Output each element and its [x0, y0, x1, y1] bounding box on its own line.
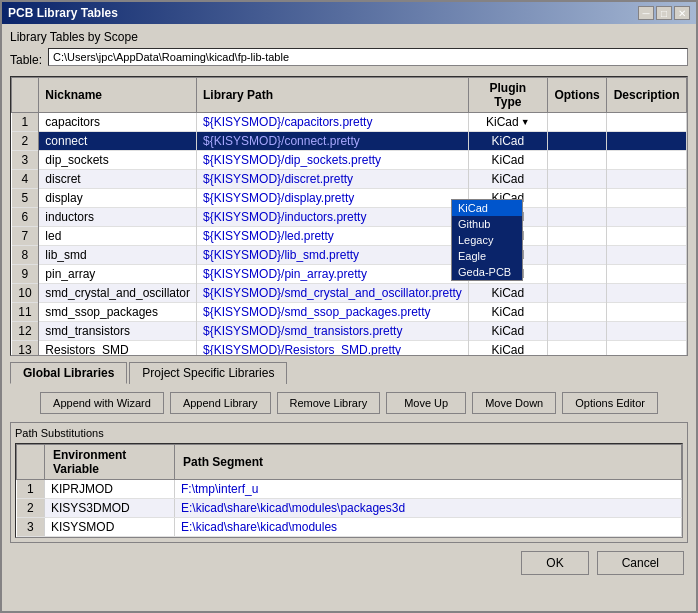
- ps-row-path: E:\kicad\share\kicad\modules: [175, 518, 682, 537]
- row-description: [607, 151, 687, 170]
- tab-project[interactable]: Project Specific Libraries: [129, 362, 287, 384]
- row-description: [607, 113, 687, 132]
- row-path: ${KISYSMOD}/smd_transistors.pretty: [197, 322, 469, 341]
- table-row[interactable]: 4discret${KISYSMOD}/discret.prettyKiCad: [12, 170, 687, 189]
- row-path: ${KISYSMOD}/lib_smd.pretty: [197, 246, 469, 265]
- plugin-type-dropdown[interactable]: KiCad Github Legacy Eagle Geda-PCB: [451, 199, 523, 281]
- table-row[interactable]: 9pin_array${KISYSMOD}/pin_array.prettyKi…: [12, 265, 687, 284]
- row-options: [547, 189, 606, 208]
- row-path: ${KISYSMOD}/capacitors.pretty: [197, 113, 469, 132]
- append-library-button[interactable]: Append Library: [170, 392, 271, 414]
- remove-library-button[interactable]: Remove Library: [277, 392, 381, 414]
- row-description: [607, 322, 687, 341]
- table-row[interactable]: 8lib_smd${KISYSMOD}/lib_smd.prettyKiCad: [12, 246, 687, 265]
- tab-global[interactable]: Global Libraries: [10, 362, 127, 384]
- ps-row-num: 2: [17, 499, 45, 518]
- table-row[interactable]: 7led${KISYSMOD}/led.prettyKiCad: [12, 227, 687, 246]
- table-row[interactable]: 11smd_ssop_packages${KISYSMOD}/smd_ssop_…: [12, 303, 687, 322]
- row-options: [547, 265, 606, 284]
- row-options: [547, 170, 606, 189]
- close-button[interactable]: ✕: [674, 6, 690, 20]
- row-path: ${KISYSMOD}/dip_sockets.pretty: [197, 151, 469, 170]
- row-path: ${KISYSMOD}/discret.pretty: [197, 170, 469, 189]
- move-up-button[interactable]: Move Up: [386, 392, 466, 414]
- row-nickname: discret: [39, 170, 197, 189]
- row-path: ${KISYSMOD}/Resistors_SMD.pretty: [197, 341, 469, 357]
- row-num: 13: [12, 341, 39, 357]
- row-options: [547, 151, 606, 170]
- maximize-button[interactable]: □: [656, 6, 672, 20]
- row-num: 10: [12, 284, 39, 303]
- dropdown-option-github[interactable]: Github: [452, 216, 522, 232]
- row-nickname: capacitors: [39, 113, 197, 132]
- ps-col-env: Environment Variable: [45, 445, 175, 480]
- path-sub-table-container: Environment Variable Path Segment 1KIPRJ…: [15, 443, 683, 538]
- row-num: 12: [12, 322, 39, 341]
- row-nickname: display: [39, 189, 197, 208]
- table-row[interactable]: 10smd_crystal_and_oscillator${KISYSMOD}/…: [12, 284, 687, 303]
- table-path-label: Table:: [10, 53, 42, 67]
- dropdown-option-legacy[interactable]: Legacy: [452, 232, 522, 248]
- row-plugin: KiCad: [468, 303, 547, 322]
- ps-table-row[interactable]: 1KIPRJMODF:\tmp\interf_u: [17, 480, 682, 499]
- row-nickname: pin_array: [39, 265, 197, 284]
- row-nickname: connect: [39, 132, 197, 151]
- row-plugin: KiCad: [468, 151, 547, 170]
- ps-table-row[interactable]: 3KISYSMODE:\kicad\share\kicad\modules: [17, 518, 682, 537]
- ps-row-num: 1: [17, 480, 45, 499]
- row-description: [607, 170, 687, 189]
- row-description: [607, 132, 687, 151]
- main-window: PCB Library Tables ─ □ ✕ Library Tables …: [0, 0, 698, 613]
- row-options: [547, 284, 606, 303]
- library-table-container: Nickname Library Path Plugin Type Option…: [10, 76, 688, 356]
- path-substitutions-section: Path Substitutions Environment Variable …: [10, 422, 688, 543]
- row-nickname: inductors: [39, 208, 197, 227]
- table-row[interactable]: 13Resistors_SMD${KISYSMOD}/Resistors_SMD…: [12, 341, 687, 357]
- row-plugin: KiCad: [468, 170, 547, 189]
- row-options: [547, 227, 606, 246]
- dropdown-option-eagle[interactable]: Eagle: [452, 248, 522, 264]
- row-nickname: Resistors_SMD: [39, 341, 197, 357]
- row-options: [547, 322, 606, 341]
- table-row[interactable]: 6inductors${KISYSMOD}/inductors.prettyKi…: [12, 208, 687, 227]
- row-num: 9: [12, 265, 39, 284]
- row-nickname: smd_transistors: [39, 322, 197, 341]
- table-row[interactable]: 12smd_transistors${KISYSMOD}/smd_transis…: [12, 322, 687, 341]
- row-options: [547, 303, 606, 322]
- table-row[interactable]: 1capacitors${KISYSMOD}/capacitors.pretty…: [12, 113, 687, 132]
- table-row[interactable]: 2connect${KISYSMOD}/connect.prettyKiCad: [12, 132, 687, 151]
- row-path: ${KISYSMOD}/display.pretty: [197, 189, 469, 208]
- row-plugin: KiCad: [468, 322, 547, 341]
- row-nickname: led: [39, 227, 197, 246]
- move-down-button[interactable]: Move Down: [472, 392, 556, 414]
- row-num: 3: [12, 151, 39, 170]
- col-plugin-type: Plugin Type: [468, 78, 547, 113]
- cancel-button[interactable]: Cancel: [597, 551, 684, 575]
- path-sub-table: Environment Variable Path Segment 1KIPRJ…: [16, 444, 682, 537]
- row-path: ${KISYSMOD}/pin_array.pretty: [197, 265, 469, 284]
- table-row[interactable]: 5display${KISYSMOD}/display.prettyKiCad: [12, 189, 687, 208]
- path-sub-title: Path Substitutions: [15, 427, 683, 439]
- row-num: 5: [12, 189, 39, 208]
- row-description: [607, 265, 687, 284]
- row-num: 4: [12, 170, 39, 189]
- ok-button[interactable]: OK: [521, 551, 588, 575]
- title-controls: ─ □ ✕: [638, 6, 690, 20]
- minimize-button[interactable]: ─: [638, 6, 654, 20]
- dropdown-option-geda[interactable]: Geda-PCB: [452, 264, 522, 280]
- ps-table-row[interactable]: 2KISYS3DMODE:\kicad\share\kicad\modules\…: [17, 499, 682, 518]
- options-editor-button[interactable]: Options Editor: [562, 392, 658, 414]
- table-row[interactable]: 3dip_sockets${KISYSMOD}/dip_sockets.pret…: [12, 151, 687, 170]
- row-description: [607, 284, 687, 303]
- row-num: 11: [12, 303, 39, 322]
- dropdown-option-kicad[interactable]: KiCad: [452, 200, 522, 216]
- row-options: [547, 113, 606, 132]
- row-plugin: KiCad: [468, 132, 547, 151]
- col-library-path: Library Path: [197, 78, 469, 113]
- append-wizard-button[interactable]: Append with Wizard: [40, 392, 164, 414]
- ps-row-num: 3: [17, 518, 45, 537]
- row-plugin: KiCad ▼: [468, 113, 547, 132]
- table-path-value: C:\Users\jpc\AppData\Roaming\kicad\fp-li…: [48, 48, 688, 66]
- row-description: [607, 246, 687, 265]
- row-options: [547, 341, 606, 357]
